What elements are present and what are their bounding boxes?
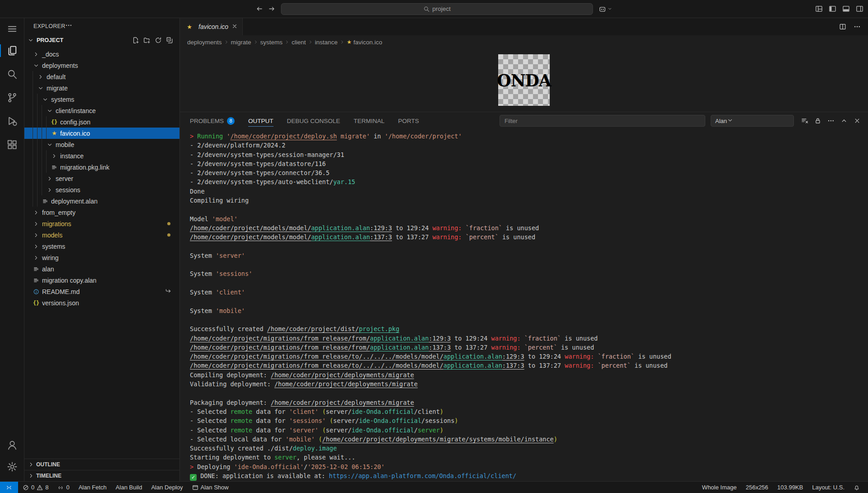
- breadcrumb-item-client[interactable]: client: [292, 39, 306, 46]
- tree-item-from-empty[interactable]: from_empty: [24, 207, 179, 218]
- panel-tab-ports[interactable]: PORTS: [398, 112, 419, 129]
- close-icon[interactable]: [854, 117, 861, 124]
- file-link[interactable]: /home/coder/project/deployments/migrate/…: [322, 436, 554, 443]
- status-remote[interactable]: [0, 482, 18, 493]
- file-link[interactable]: application.alan: [370, 335, 429, 342]
- status-image-size[interactable]: 103.99KB: [773, 482, 807, 493]
- tree-item-models[interactable]: models: [24, 229, 179, 241]
- tree-item-migrate[interactable]: migrate: [24, 82, 179, 94]
- tree-item-deployment-alan[interactable]: deployment.alan: [24, 195, 179, 207]
- more-icon[interactable]: [65, 22, 72, 29]
- activity-item-source-control[interactable]: [0, 86, 24, 109]
- file-link[interactable]: /home/coder/project/migrations/from_rele…: [190, 362, 443, 369]
- url-link[interactable]: https://app.alan-platform.com/Onda.offic…: [329, 472, 517, 479]
- tree-item-wiring[interactable]: wiring: [24, 252, 179, 263]
- chev-up-icon[interactable]: [840, 117, 848, 124]
- file-link[interactable]: /home/coder/project/deployments/migrate: [271, 371, 414, 379]
- status-keyboard-layout[interactable]: Layout: U.S.: [807, 482, 849, 493]
- status-alan-deploy[interactable]: Alan Deploy: [146, 482, 187, 493]
- activity-item-settings[interactable]: [0, 455, 24, 479]
- breadcrumb-item-systems[interactable]: systems: [260, 39, 283, 46]
- output-filter-input[interactable]: [500, 115, 705, 127]
- activity-item-extensions[interactable]: [0, 133, 24, 156]
- activity-item-search[interactable]: [0, 62, 24, 86]
- file-link[interactable]: /home/coder/project/deployments/migrate: [271, 399, 414, 406]
- status-notifications[interactable]: [849, 482, 864, 493]
- refresh-icon[interactable]: [155, 37, 162, 44]
- file-link[interactable]: application.alan: [311, 224, 370, 232]
- file-link[interactable]: /home/coder/project/migrations/from_rele…: [190, 344, 370, 351]
- panel-tab-output[interactable]: OUTPUT: [248, 112, 274, 129]
- command-center-search[interactable]: project: [281, 3, 593, 15]
- breadcrumb-item-instance[interactable]: instance: [315, 39, 338, 46]
- tree-item-default[interactable]: default: [24, 71, 179, 82]
- lock-icon[interactable]: [814, 117, 821, 124]
- assistant-button[interactable]: [599, 5, 613, 13]
- section-timeline[interactable]: TIMELINE: [24, 470, 179, 481]
- panel-tab-problems[interactable]: PROBLEMS8: [190, 112, 235, 129]
- file-link[interactable]: project.pkg: [359, 325, 399, 332]
- activity-item-run-debug[interactable]: [0, 109, 24, 133]
- tree-item-instance[interactable]: instance: [24, 150, 179, 161]
- tab-close-button[interactable]: [231, 23, 238, 31]
- back-icon[interactable]: [256, 5, 264, 13]
- panel-bottom-icon[interactable]: [842, 5, 850, 13]
- new-file-icon[interactable]: [132, 37, 139, 44]
- file-link[interactable]: :137:3: [370, 233, 392, 241]
- tree-item-versions-json[interactable]: {}versions.json: [24, 297, 179, 308]
- tree-item-migration-copy-alan[interactable]: migration copy.alan: [24, 275, 179, 286]
- activity-item-account[interactable]: [0, 435, 24, 455]
- status-alan-show[interactable]: Alan Show: [188, 482, 233, 493]
- tree-item-systems[interactable]: systems: [24, 241, 179, 252]
- section-outline[interactable]: OUTLINE: [24, 459, 179, 470]
- split-editor-icon[interactable]: [839, 23, 846, 30]
- tree-item-deployments[interactable]: deployments: [24, 60, 179, 71]
- tree-item-migrations[interactable]: migrations: [24, 218, 179, 229]
- file-link[interactable]: application.alan: [443, 362, 502, 369]
- file-link[interactable]: :129:3: [370, 224, 392, 232]
- file-link[interactable]: :137:3: [502, 362, 524, 369]
- panel-left-icon[interactable]: [829, 5, 836, 13]
- tree-item-client-instance[interactable]: client/instance: [24, 105, 179, 116]
- status-problems[interactable]: 08: [18, 482, 53, 493]
- breadcrumb-item-migrate[interactable]: migrate: [231, 39, 251, 46]
- file-link[interactable]: /home/coder/project/migrations/from_rele…: [190, 353, 443, 360]
- panel-tab-terminal[interactable]: TERMINAL: [354, 112, 384, 129]
- tree-item--docs[interactable]: _docs: [24, 48, 179, 60]
- status-alan-build[interactable]: Alan Build: [111, 482, 147, 493]
- collapse-all-icon[interactable]: [166, 37, 173, 44]
- file-link[interactable]: :137:3: [429, 344, 451, 351]
- new-folder-icon[interactable]: [143, 37, 151, 44]
- file-link[interactable]: /home/coder/project/dist/: [267, 325, 359, 332]
- activity-item-menu[interactable]: [0, 19, 24, 39]
- file-link[interactable]: /home/coder/project/deploy.sh: [230, 133, 337, 140]
- tree-item-sessions[interactable]: sessions: [24, 184, 179, 195]
- file-link[interactable]: /home/coder/project/models/model/: [190, 224, 311, 232]
- file-link[interactable]: /home/coder/project/migrations/from_rele…: [190, 335, 370, 342]
- file-link[interactable]: :129:3: [429, 335, 451, 342]
- file-link[interactable]: :129:3: [502, 353, 524, 360]
- breadcrumb-item-favicon-ico[interactable]: ★favicon.ico: [347, 39, 382, 46]
- tree-item-readme-md[interactable]: README.md: [24, 286, 179, 297]
- panel-tab-debug-console[interactable]: DEBUG CONSOLE: [287, 112, 340, 129]
- project-section-header[interactable]: PROJECT: [24, 34, 179, 47]
- tree-item-migration-pkg-link[interactable]: migration.pkg.link: [24, 161, 179, 173]
- tree-item-config-json[interactable]: {}config.json: [24, 116, 179, 128]
- file-link[interactable]: application.alan: [370, 344, 429, 351]
- tree-item-alan[interactable]: alan: [24, 263, 179, 275]
- layout-icon[interactable]: [815, 5, 823, 13]
- status-zoom-mode[interactable]: Whole Image: [698, 482, 741, 493]
- more-icon[interactable]: [854, 23, 861, 30]
- clear-output-icon[interactable]: [801, 117, 808, 124]
- file-link[interactable]: /home/coder/project/models/model/: [190, 233, 311, 241]
- tree-item-systems[interactable]: systems: [24, 94, 179, 105]
- status-image-dimensions[interactable]: 256x256: [741, 482, 773, 493]
- panel-right-icon[interactable]: [856, 5, 863, 13]
- more-icon[interactable]: [827, 117, 835, 124]
- file-link[interactable]: application.alan: [311, 233, 370, 241]
- tree-item-mobile[interactable]: mobile: [24, 139, 179, 150]
- file-link[interactable]: /home/coder/project/deployments/migrate: [274, 380, 418, 388]
- activity-item-explorer[interactable]: [0, 39, 24, 62]
- forward-icon[interactable]: [268, 5, 276, 13]
- tab-favicon[interactable]: ★ favicon.ico: [180, 18, 243, 35]
